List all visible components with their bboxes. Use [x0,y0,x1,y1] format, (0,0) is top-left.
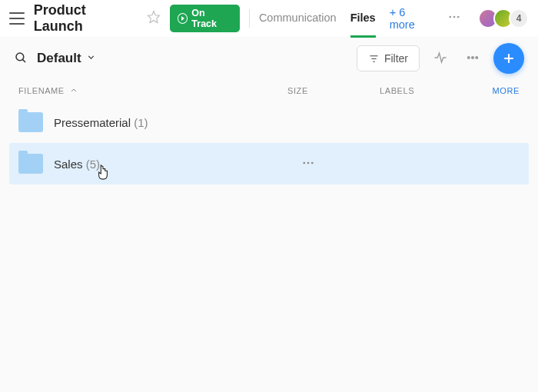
svg-point-9 [467,56,470,58]
svg-point-2 [453,16,456,18]
svg-point-3 [457,16,460,18]
folder-icon [18,112,43,132]
table-row[interactable]: Sales (5) [9,143,529,184]
svg-point-10 [472,56,474,58]
add-button[interactable] [493,43,524,74]
column-filename-label: Filename [18,86,65,95]
file-name: Pressematerial (1) [54,116,148,129]
activity-icon[interactable] [429,46,452,71]
toolbar-overflow-icon[interactable] [461,46,484,71]
column-size[interactable]: Size [287,86,380,95]
tab-communication[interactable]: Communication [259,12,337,25]
folder-icon [18,154,43,174]
table-header: Filename Size Labels MORE [0,80,538,101]
svg-point-16 [311,161,314,164]
toolbar: Default Filter [0,37,538,80]
svg-point-15 [307,161,310,164]
content-area: Default Filter Filename Size Labels MORE [0,37,538,392]
view-name-label: Default [37,51,81,66]
play-icon [178,13,188,24]
svg-line-5 [22,59,25,62]
column-more[interactable]: MORE [493,86,520,95]
file-list: Pressematerial (1) Sales (5) [0,101,538,387]
svg-point-1 [449,16,451,18]
row-actions-icon[interactable] [301,156,315,172]
table-row[interactable]: Pressematerial (1) [9,101,529,143]
tabs-more[interactable]: + 6 more [390,6,430,31]
svg-point-11 [476,56,478,58]
divider [249,9,250,28]
svg-point-4 [16,53,24,61]
filter-icon [368,53,380,65]
svg-point-14 [303,161,305,164]
status-button[interactable]: On Track [170,5,240,32]
top-bar: Product Launch On Track Communication Fi… [0,0,538,37]
chevron-down-icon [86,51,96,66]
sort-asc-icon [69,86,78,95]
column-filename[interactable]: Filename [18,86,287,95]
avatar-overflow-count[interactable]: 4 [509,8,529,28]
filter-button[interactable]: Filter [357,45,420,71]
star-icon[interactable] [147,10,161,26]
column-labels[interactable]: Labels [380,86,472,95]
status-label: On Track [191,8,232,29]
tab-files[interactable]: Files [350,12,376,25]
filter-label: Filter [384,52,408,65]
project-title[interactable]: Product Launch [34,2,138,35]
svg-marker-0 [148,12,159,23]
avatar-stack[interactable]: 4 [483,8,529,28]
file-name: Sales (5) [54,158,100,171]
tabs: Communication Files + 6 more [259,6,464,31]
tabs-overflow-icon[interactable] [444,10,464,26]
view-selector[interactable]: Default [37,51,96,66]
menu-icon[interactable] [9,12,25,25]
search-icon[interactable] [14,51,28,67]
